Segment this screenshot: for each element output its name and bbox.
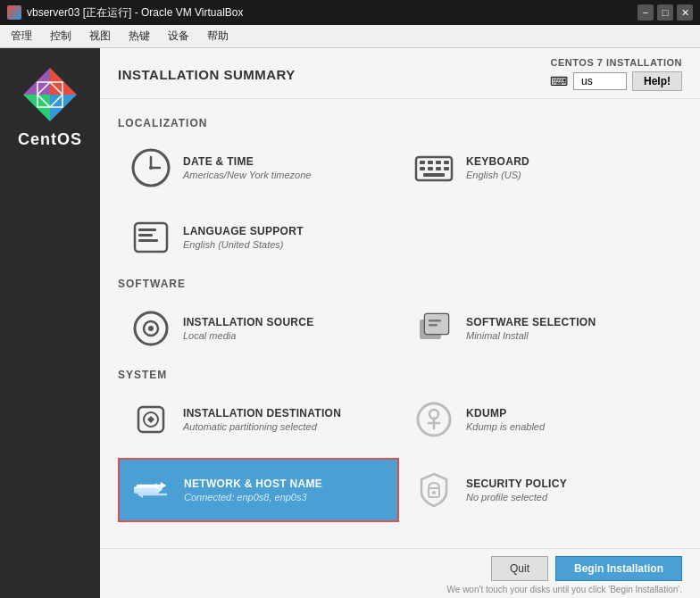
software-grid: INSTALLATION SOURCE Local media	[118, 297, 682, 360]
svg-point-51	[432, 491, 436, 494]
svg-rect-35	[429, 320, 441, 322]
date-time-icon	[129, 146, 172, 189]
installation-destination-text: INSTALLATION DESTINATION Automatic parti…	[183, 407, 388, 432]
svg-marker-47	[161, 482, 166, 489]
quit-button[interactable]: Quit	[491, 556, 548, 581]
svg-point-13	[149, 166, 153, 170]
software-selection-subtitle: Minimal Install	[466, 330, 671, 341]
system-grid-2: NETWORK & HOST NAME Connected: enp0s8, e…	[118, 458, 682, 522]
language-support-subtitle: English (United States)	[183, 239, 388, 250]
keyboard-title: KEYBOARD	[466, 155, 671, 168]
lang-row: ⌨ Help!	[550, 71, 682, 91]
kdump-title: KDUMP	[466, 407, 671, 419]
installation-source-card[interactable]: INSTALLATION SOURCE Local media	[118, 297, 399, 360]
installation-source-text: INSTALLATION SOURCE Local media	[183, 316, 388, 341]
svg-rect-15	[420, 161, 425, 164]
menu-hotkey[interactable]: 热键	[121, 27, 157, 46]
keyboard-lang-icon: ⌨	[550, 74, 568, 88]
svg-rect-23	[423, 173, 445, 177]
security-policy-subtitle: No profile selected	[466, 492, 671, 502]
menu-control[interactable]: 控制	[43, 27, 79, 46]
svg-rect-20	[428, 167, 433, 170]
maximize-button[interactable]: □	[657, 4, 673, 21]
kdump-icon	[412, 398, 455, 441]
security-policy-title: SECURITY POLICY	[466, 478, 671, 490]
centos-install-section: CENTOS 7 INSTALLATION ⌨ Help!	[550, 57, 682, 91]
software-selection-title: SOFTWARE SELECTION	[466, 316, 671, 328]
centos-brand-text: CentOS	[18, 130, 82, 149]
software-selection-card[interactable]: SOFTWARE SELECTION Minimal Install	[401, 297, 682, 360]
keyboard-icon	[412, 146, 455, 189]
system-section-label: SYSTEM	[118, 369, 682, 381]
language-grid: LANGUAGE SUPPORT English (United States)	[118, 206, 682, 269]
close-button[interactable]: ✕	[677, 4, 693, 21]
security-policy-card[interactable]: SECURITY POLICY No profile selected	[401, 458, 682, 522]
kdump-subtitle: Kdump is enabled	[466, 421, 671, 432]
network-hostname-subtitle: Connected: enp0s8, enp0s3	[184, 492, 387, 502]
svg-rect-5	[38, 82, 62, 107]
installation-source-icon	[129, 307, 172, 350]
svg-rect-24	[135, 223, 167, 252]
help-button[interactable]: Help!	[632, 71, 682, 91]
software-section-label: SOFTWARE	[118, 278, 682, 290]
keyboard-subtitle: English (US)	[466, 170, 671, 180]
svg-rect-22	[444, 167, 449, 170]
network-hostname-title: NETWORK & HOST NAME	[184, 478, 387, 490]
localization-grid: DATE & TIME Americas/New York timezone	[118, 137, 682, 199]
title-bar-left: vbserver03 [正在运行] - Oracle VM VirtualBox	[7, 5, 244, 21]
svg-rect-18	[444, 161, 449, 164]
centos-install-label: CENTOS 7 INSTALLATION	[551, 57, 682, 68]
security-policy-icon	[412, 469, 455, 511]
installation-source-title: INSTALLATION SOURCE	[183, 316, 388, 328]
svg-rect-25	[138, 228, 156, 231]
app-icon	[7, 5, 21, 20]
software-selection-icon	[412, 307, 455, 350]
date-time-text: DATE & TIME Americas/New York timezone	[183, 155, 388, 180]
installation-destination-card[interactable]: INSTALLATION DESTINATION Automatic parti…	[118, 388, 399, 451]
svg-rect-21	[436, 167, 441, 170]
software-selection-text: SOFTWARE SELECTION Minimal Install	[466, 316, 671, 341]
language-support-title: LANGUAGE SUPPORT	[183, 225, 388, 237]
menu-help[interactable]: 帮助	[200, 27, 236, 46]
installation-source-subtitle: Local media	[183, 330, 388, 341]
svg-rect-17	[436, 161, 441, 164]
keyboard-card[interactable]: KEYBOARD English (US)	[401, 137, 682, 199]
svg-point-40	[429, 410, 438, 419]
begin-installation-button[interactable]: Begin Installation	[555, 556, 682, 581]
language-support-card[interactable]: LANGUAGE SUPPORT English (United States)	[118, 206, 399, 269]
svg-rect-27	[138, 239, 158, 242]
network-hostname-card[interactable]: NETWORK & HOST NAME Connected: enp0s8, e…	[118, 458, 399, 522]
centos-logo-icon	[21, 66, 79, 123]
svg-rect-26	[138, 234, 153, 237]
menu-view[interactable]: 视图	[82, 27, 118, 46]
items-area: LOCALIZATION DATE & TIME	[100, 99, 700, 548]
network-hostname-text: NETWORK & HOST NAME Connected: enp0s8, e…	[184, 478, 387, 502]
date-time-subtitle: Americas/New York timezone	[183, 170, 388, 180]
menu-manage[interactable]: 管理	[4, 27, 39, 46]
kdump-card[interactable]: KDUMP Kdump is enabled	[401, 388, 682, 451]
network-icon	[130, 469, 173, 511]
sidebar: CentOS	[0, 48, 100, 598]
date-time-title: DATE & TIME	[183, 155, 388, 168]
date-time-card[interactable]: DATE & TIME Americas/New York timezone	[118, 137, 399, 199]
installation-destination-icon	[129, 398, 172, 441]
content-area: INSTALLATION SUMMARY CENTOS 7 INSTALLATI…	[100, 48, 700, 598]
installation-summary-title: INSTALLATION SUMMARY	[118, 67, 296, 82]
lang-input[interactable]	[573, 72, 627, 90]
content-header: INSTALLATION SUMMARY CENTOS 7 INSTALLATI…	[100, 48, 700, 99]
language-icon	[129, 216, 172, 259]
keyboard-text: KEYBOARD English (US)	[466, 155, 671, 180]
minimize-button[interactable]: −	[638, 4, 654, 21]
language-support-text: LANGUAGE SUPPORT English (United States)	[183, 225, 388, 250]
title-bar-controls[interactable]: − □ ✕	[638, 4, 693, 21]
main-container: CentOS INSTALLATION SUMMARY CENTOS 7 INS…	[0, 48, 700, 598]
svg-rect-16	[428, 161, 433, 164]
svg-point-31	[148, 326, 154, 331]
menu-device[interactable]: 设备	[161, 27, 196, 46]
installation-destination-title: INSTALLATION DESTINATION	[183, 407, 388, 419]
system-grid-1: INSTALLATION DESTINATION Automatic parti…	[118, 388, 682, 451]
footer: Quit Begin Installation We won't touch y…	[100, 548, 700, 598]
footer-actions: Quit Begin Installation	[118, 556, 682, 581]
title-bar: vbserver03 [正在运行] - Oracle VM VirtualBox…	[0, 0, 700, 25]
svg-rect-45	[134, 488, 159, 494]
